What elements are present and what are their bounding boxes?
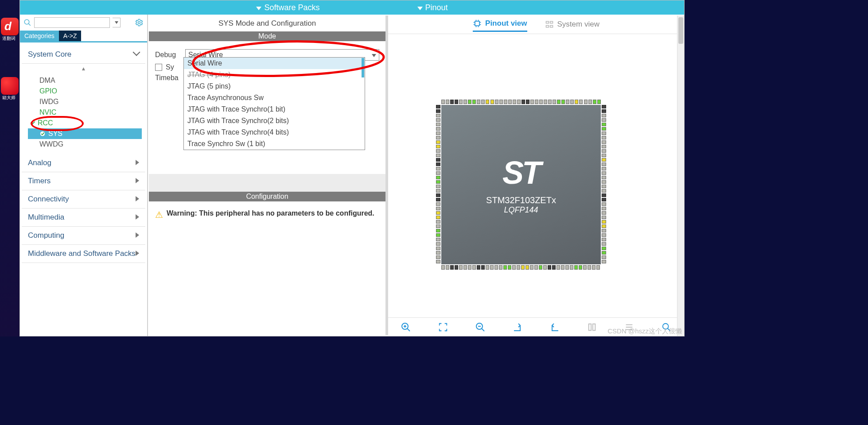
- chip-pin[interactable]: [455, 265, 458, 270]
- chip-pin[interactable]: [436, 247, 440, 250]
- menu-pinout[interactable]: Pinout: [417, 3, 448, 12]
- tab-pinout-view[interactable]: Pinout view: [473, 19, 527, 32]
- chip-pin[interactable]: [504, 100, 507, 104]
- chip-pin[interactable]: [602, 149, 606, 153]
- chip-pin[interactable]: [481, 100, 485, 104]
- chip-pin[interactable]: [436, 202, 440, 206]
- chip-pin[interactable]: [472, 265, 476, 270]
- debug-opt-jtag-ts2[interactable]: JTAG with Trace Synchro(2 bits): [184, 115, 365, 127]
- debug-opt-serial-wire[interactable]: Serial Wire: [184, 58, 365, 69]
- chip-pin[interactable]: [436, 180, 440, 184]
- chip-pin[interactable]: [602, 158, 606, 162]
- chip-pin[interactable]: [436, 158, 440, 162]
- chip-pin[interactable]: [446, 265, 449, 270]
- chip-pin[interactable]: [588, 100, 592, 104]
- chip-pin[interactable]: [526, 100, 529, 104]
- chip-pin[interactable]: [436, 207, 440, 210]
- chip-pin[interactable]: [436, 224, 440, 228]
- chip-package[interactable]: ST STM32F103ZETx LQFP144: [441, 105, 601, 264]
- debug-opt-jtag5[interactable]: JTAG (5 pins): [184, 81, 365, 92]
- periph-sys[interactable]: SYS: [28, 128, 142, 139]
- chip-pin[interactable]: [602, 247, 606, 250]
- chip-pin[interactable]: [534, 265, 538, 270]
- chip-pin[interactable]: [602, 105, 606, 108]
- category-system-core[interactable]: System Core: [22, 45, 145, 64]
- chip-pin[interactable]: [602, 131, 606, 135]
- chip-pin[interactable]: [588, 265, 591, 270]
- chip-pin[interactable]: [561, 100, 565, 104]
- chip-pin[interactable]: [602, 233, 606, 237]
- chip-pin[interactable]: [602, 171, 606, 175]
- chip-pin[interactable]: [602, 154, 606, 157]
- dropdown-scrollbar[interactable]: [362, 58, 364, 77]
- chip-pin[interactable]: [436, 242, 440, 246]
- chip-pin[interactable]: [513, 100, 516, 104]
- chip-pin[interactable]: [450, 100, 454, 104]
- chip-pin[interactable]: [592, 265, 596, 270]
- chip-pin[interactable]: [521, 265, 525, 270]
- chip-pin[interactable]: [548, 265, 551, 270]
- chip-pin[interactable]: [446, 100, 449, 104]
- chip-pin[interactable]: [436, 220, 440, 224]
- chip-pin[interactable]: [508, 265, 511, 270]
- category-connectivity[interactable]: Connectivity: [22, 190, 145, 209]
- chip-pin[interactable]: [436, 193, 440, 197]
- chip-pin[interactable]: [597, 100, 601, 104]
- chip-pin[interactable]: [561, 265, 564, 270]
- chip-pin[interactable]: [436, 131, 440, 135]
- chip-pin[interactable]: [450, 265, 454, 270]
- chip-pin[interactable]: [436, 251, 440, 255]
- category-search-input[interactable]: [34, 17, 110, 28]
- chip-pin[interactable]: [436, 167, 440, 170]
- rotate-cw-button[interactable]: [512, 322, 523, 332]
- chip-pin[interactable]: [436, 189, 440, 193]
- chip-pin[interactable]: [602, 251, 606, 255]
- chip-pin[interactable]: [522, 100, 525, 104]
- chip-pin[interactable]: [602, 162, 606, 166]
- chip-pin[interactable]: [579, 265, 582, 270]
- chip-pin[interactable]: [579, 100, 583, 104]
- chip-pin[interactable]: [602, 229, 606, 232]
- desktop-app-tile-1[interactable]: d: [1, 18, 19, 35]
- chip-pin[interactable]: [602, 123, 606, 126]
- chip-pin[interactable]: [495, 100, 498, 104]
- chip-pin[interactable]: [602, 185, 606, 188]
- chip-pin[interactable]: [468, 265, 471, 270]
- chip-pin[interactable]: [544, 100, 547, 104]
- chip-pin[interactable]: [436, 171, 440, 175]
- chip-pin[interactable]: [602, 109, 606, 113]
- chip-pin[interactable]: [596, 265, 600, 270]
- tab-categories[interactable]: Categories: [20, 31, 59, 41]
- chip-pin[interactable]: [602, 145, 606, 148]
- chip-pin[interactable]: [441, 100, 445, 104]
- chip-pin[interactable]: [436, 127, 440, 131]
- chip-pin[interactable]: [499, 100, 503, 104]
- category-multimedia[interactable]: Multimedia: [22, 209, 145, 227]
- tab-a-z[interactable]: A->Z: [59, 31, 82, 41]
- debug-opt-jtag-ts4[interactable]: JTAG with Trace Synchro(4 bits): [184, 127, 365, 138]
- chip-pin[interactable]: [455, 100, 458, 104]
- chip-pin[interactable]: [602, 193, 606, 197]
- chip-pin[interactable]: [574, 265, 578, 270]
- chip-pin[interactable]: [477, 100, 480, 104]
- periph-nvic[interactable]: NVIC: [39, 107, 145, 118]
- chip-pin[interactable]: [499, 265, 502, 270]
- chip-pin[interactable]: [486, 100, 489, 104]
- menu-software-packs[interactable]: Software Packs: [256, 3, 319, 12]
- chip-pin[interactable]: [602, 180, 606, 184]
- chip-pin[interactable]: [552, 265, 556, 270]
- zoom-out-button[interactable]: [475, 322, 486, 332]
- chip-pin[interactable]: [436, 162, 440, 166]
- chip-pin[interactable]: [570, 100, 574, 104]
- chip-pin[interactable]: [602, 260, 606, 263]
- chip-pin[interactable]: [565, 265, 569, 270]
- chip-pin[interactable]: [436, 216, 440, 219]
- tab-system-view[interactable]: System view: [545, 19, 599, 32]
- chip-pin[interactable]: [459, 265, 463, 270]
- chip-pin[interactable]: [557, 100, 561, 104]
- chip-pin[interactable]: [566, 100, 569, 104]
- chip-pin[interactable]: [602, 198, 606, 201]
- category-analog[interactable]: Analog: [22, 154, 145, 172]
- debug-opt-trace-async[interactable]: Trace Asynchronous Sw: [184, 92, 365, 104]
- chip-pin[interactable]: [557, 265, 560, 270]
